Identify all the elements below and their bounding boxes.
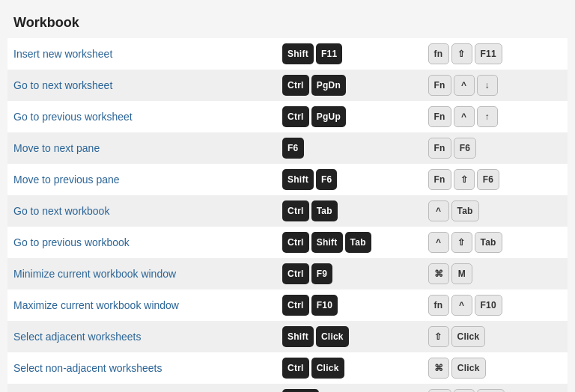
key-badge: Ctrl xyxy=(282,358,309,379)
table-row: Minimize current workbook windowCtrlF9⌘M xyxy=(7,258,568,290)
win-keys: CtrlTab xyxy=(276,195,422,227)
key-badge: Ctrl xyxy=(282,75,309,96)
section-title: Workbook xyxy=(7,7,568,38)
key-badge: ↑ xyxy=(477,106,498,127)
table-row: Select non-adjacent worksheetsCtrlClick⌘… xyxy=(7,352,568,384)
key-badge: ^ xyxy=(454,75,475,96)
key-badge: F6 xyxy=(316,169,337,190)
key-badge: F10 xyxy=(311,295,338,316)
key-badge: Fn xyxy=(428,389,451,392)
key-badge: F6 xyxy=(477,169,499,190)
key-badge: F14 xyxy=(477,389,505,392)
mac-keys: ^⇧Tab xyxy=(422,227,568,258)
mac-keys: fn⇧F11 xyxy=(422,38,568,70)
key-badge: Tab xyxy=(345,232,371,253)
key-badge: ⇧ xyxy=(454,389,475,392)
key-badge: Fn xyxy=(428,169,451,190)
mac-keys: Fn⇧F6 xyxy=(422,164,568,195)
mac-keys: Fn⇧F14 xyxy=(422,384,568,392)
mac-keys: Fn^↓ xyxy=(422,70,568,101)
table-row: Select adjacent worksheetsShiftClick⇧Cli… xyxy=(7,321,568,352)
action-label: Go to next worksheet xyxy=(7,70,276,101)
key-badge: ^ xyxy=(428,200,449,221)
action-label: Maximize current workbook window xyxy=(7,290,276,321)
key-badge: Tab xyxy=(451,200,479,221)
key-badge: ⇧ xyxy=(451,43,472,64)
win-keys: CtrlShiftTab xyxy=(276,227,422,258)
key-badge: ScrLk xyxy=(282,389,319,392)
key-badge: F11 xyxy=(316,43,342,64)
key-badge: fn xyxy=(428,295,449,316)
key-badge: Click xyxy=(451,326,486,347)
table-row: Move to next paneF6FnF6 xyxy=(7,132,568,164)
key-badge: PgDn xyxy=(311,75,346,96)
table-row: Insert new worksheetShiftF11fn⇧F11 xyxy=(7,38,568,70)
key-badge: ⇧ xyxy=(451,232,472,253)
action-label: Minimize current workbook window xyxy=(7,258,276,290)
key-badge: Ctrl xyxy=(282,295,309,316)
key-badge: Fn xyxy=(428,106,451,127)
table-row: Go to previous workbookCtrlShiftTab^⇧Tab xyxy=(7,227,568,258)
action-label: Select adjacent worksheets xyxy=(7,321,276,352)
key-badge: ^ xyxy=(451,295,472,316)
win-keys: CtrlF10 xyxy=(276,290,422,321)
win-keys: ShiftF11 xyxy=(276,38,422,70)
key-badge: Ctrl xyxy=(282,263,309,284)
action-label: Select non-adjacent worksheets xyxy=(7,352,276,384)
key-badge: Shift xyxy=(282,169,314,190)
table-row: Go to next worksheetCtrlPgDnFn^↓ xyxy=(7,70,568,101)
key-badge: Ctrl xyxy=(282,200,309,221)
key-badge: F6 xyxy=(282,138,303,159)
mac-keys: ⇧Click xyxy=(422,321,568,352)
shortcuts-table: Insert new worksheetShiftF11fn⇧F11Go to … xyxy=(7,38,568,392)
action-label: Toggle scroll lock xyxy=(7,384,276,392)
key-badge: Click xyxy=(311,358,344,379)
win-keys: ScrLk xyxy=(276,384,422,392)
action-label: Insert new worksheet xyxy=(7,38,276,70)
win-keys: CtrlF9 xyxy=(276,258,422,290)
action-label: Move to next pane xyxy=(7,132,276,164)
mac-keys: ⌘M xyxy=(422,258,568,290)
win-keys: CtrlPgDn xyxy=(276,70,422,101)
win-keys: CtrlPgUp xyxy=(276,101,422,132)
key-badge: ⇧ xyxy=(428,326,449,347)
key-badge: Fn xyxy=(428,138,451,159)
key-badge: F10 xyxy=(475,295,502,316)
win-keys: ShiftF6 xyxy=(276,164,422,195)
key-badge: Tab xyxy=(311,200,338,221)
key-badge: PgUp xyxy=(311,106,346,127)
key-badge: Fn xyxy=(428,75,451,96)
action-label: Go to previous workbook xyxy=(7,227,276,258)
key-badge: F9 xyxy=(311,263,332,284)
table-row: Toggle scroll lockScrLkFn⇧F14 xyxy=(7,384,568,392)
win-keys: CtrlClick xyxy=(276,352,422,384)
key-badge: ⌘ xyxy=(428,358,449,379)
key-badge: Ctrl xyxy=(282,106,309,127)
key-badge: ↓ xyxy=(477,75,498,96)
key-badge: ⌘ xyxy=(428,263,449,284)
mac-keys: ⌘Click xyxy=(422,352,568,384)
table-row: Go to previous worksheetCtrlPgUpFn^↑ xyxy=(7,101,568,132)
key-badge: ⇧ xyxy=(454,169,475,190)
action-label: Move to previous pane xyxy=(7,164,276,195)
key-badge: ^ xyxy=(428,232,449,253)
key-badge: Click xyxy=(316,326,349,347)
key-badge: ^ xyxy=(454,106,475,127)
key-badge: Click xyxy=(451,358,486,379)
key-badge: fn xyxy=(428,43,449,64)
mac-keys: ^Tab xyxy=(422,195,568,227)
mac-keys: Fn^↑ xyxy=(422,101,568,132)
key-badge: Ctrl xyxy=(282,232,309,253)
table-row: Move to previous paneShiftF6Fn⇧F6 xyxy=(7,164,568,195)
mac-keys: fn^F10 xyxy=(422,290,568,321)
win-keys: ShiftClick xyxy=(276,321,422,352)
action-label: Go to next workbook xyxy=(7,195,276,227)
key-badge: Shift xyxy=(311,232,343,253)
key-badge: Tab xyxy=(475,232,502,253)
action-label: Go to previous worksheet xyxy=(7,101,276,132)
key-badge: Shift xyxy=(282,43,314,64)
table-row: Go to next workbookCtrlTab^Tab xyxy=(7,195,568,227)
table-row: Maximize current workbook windowCtrlF10f… xyxy=(7,290,568,321)
mac-keys: FnF6 xyxy=(422,132,568,164)
key-badge: M xyxy=(451,263,472,284)
